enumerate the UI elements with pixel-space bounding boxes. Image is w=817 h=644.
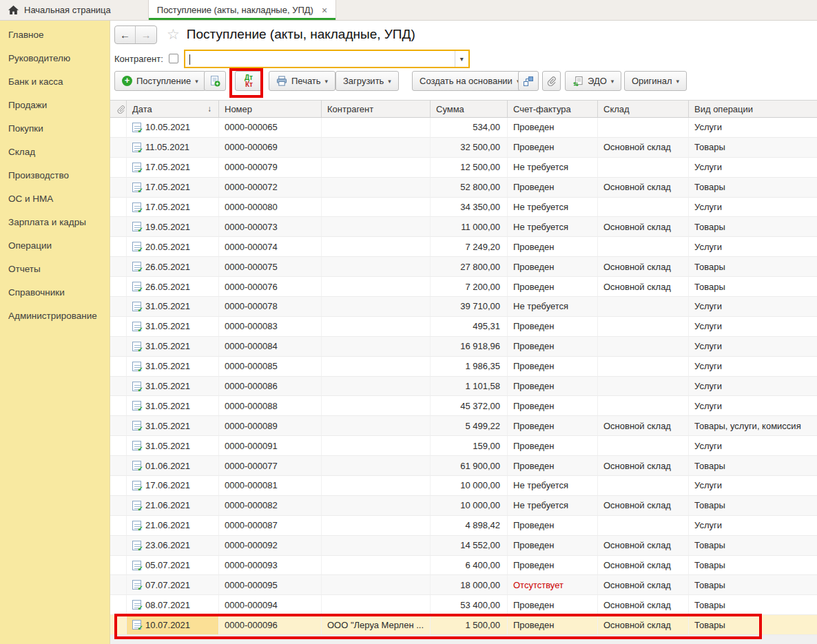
- cell[interactable]: [322, 317, 431, 336]
- cell[interactable]: 0000-000069: [219, 138, 322, 157]
- cell[interactable]: [322, 337, 431, 356]
- cell[interactable]: 7 249,20: [431, 237, 508, 256]
- cell[interactable]: ✓23.06.2021: [127, 536, 219, 555]
- cell[interactable]: 39 710,00: [431, 297, 508, 316]
- cell[interactable]: Проведен: [508, 357, 598, 376]
- cell[interactable]: 0000-000074: [219, 237, 322, 256]
- cell[interactable]: 10 000,00: [431, 476, 508, 495]
- cell[interactable]: [322, 237, 431, 256]
- cell[interactable]: Основной склад: [598, 595, 689, 614]
- cell[interactable]: [322, 436, 431, 455]
- cell[interactable]: ✓17.05.2021: [127, 178, 219, 197]
- cell[interactable]: [110, 118, 127, 137]
- cell[interactable]: Товары: [689, 496, 817, 515]
- cell[interactable]: Основной склад: [598, 496, 689, 515]
- cell[interactable]: ✓17.05.2021: [127, 158, 219, 177]
- load-button[interactable]: Загрузить ▾: [335, 71, 399, 91]
- forward-button[interactable]: →: [136, 26, 156, 43]
- table-row[interactable]: ✓31.05.20210000-00008416 918,96ПроведенУ…: [110, 337, 817, 357]
- cell[interactable]: Основной склад: [598, 257, 689, 276]
- cell[interactable]: [322, 357, 431, 376]
- cell[interactable]: 52 800,00: [431, 178, 508, 197]
- cell[interactable]: ✓10.07.2021: [127, 615, 219, 634]
- cell[interactable]: [598, 297, 689, 316]
- cell[interactable]: [322, 138, 431, 157]
- column-header-sum[interactable]: Сумма: [431, 101, 508, 117]
- cell[interactable]: Товары: [689, 536, 817, 555]
- cell[interactable]: Не требуется: [508, 476, 598, 495]
- table-row[interactable]: ✓01.06.20210000-00007761 900,00ПроведенО…: [110, 456, 817, 476]
- cell[interactable]: 14 552,00: [431, 536, 508, 555]
- sidebar-item[interactable]: Продажи: [0, 93, 110, 116]
- cell[interactable]: [322, 178, 431, 197]
- table-row[interactable]: ✓10.05.20210000-000065534,00ПроведенУслу…: [110, 118, 817, 138]
- cell[interactable]: ООО "Леруа Мерлен ...: [322, 615, 431, 634]
- cell[interactable]: ✓31.05.2021: [127, 377, 219, 396]
- cell[interactable]: Проведен: [508, 436, 598, 455]
- sidebar-item[interactable]: Руководителю: [0, 46, 110, 70]
- cell[interactable]: Товары, услуги, комиссия: [689, 416, 817, 435]
- cell[interactable]: Услуги: [689, 396, 817, 415]
- column-header-operation[interactable]: Вид операции: [689, 101, 817, 117]
- table-row[interactable]: ✓26.05.20210000-0000767 200,00ПроведенОс…: [110, 277, 817, 297]
- cell[interactable]: Услуги: [689, 237, 817, 256]
- original-button[interactable]: Оригинал ▾: [624, 71, 687, 91]
- cell[interactable]: ✓11.05.2021: [127, 138, 219, 157]
- cell[interactable]: Основной склад: [598, 556, 689, 575]
- copy-document-button[interactable]: [204, 71, 226, 91]
- cell[interactable]: 0000-000086: [219, 377, 322, 396]
- cell[interactable]: Основной склад: [598, 416, 689, 435]
- cell[interactable]: [110, 158, 127, 177]
- table-row[interactable]: ✓21.06.20210000-00008210 000,00Не требуе…: [110, 496, 817, 516]
- cell[interactable]: 4 898,42: [431, 516, 508, 535]
- cell[interactable]: Проведен: [508, 118, 598, 137]
- cell[interactable]: Основной склад: [598, 178, 689, 197]
- table-row[interactable]: ✓17.05.20210000-00007252 800,00ПроведенО…: [110, 178, 817, 198]
- cell[interactable]: ✓31.05.2021: [127, 416, 219, 435]
- cell[interactable]: [322, 476, 431, 495]
- cell[interactable]: Товары: [689, 456, 817, 475]
- column-header-contragent[interactable]: Контрагент: [322, 101, 431, 117]
- cell[interactable]: [110, 297, 127, 316]
- cell[interactable]: [110, 496, 127, 515]
- cell[interactable]: Проведен: [508, 556, 598, 575]
- subordination-structure-button[interactable]: [518, 71, 539, 91]
- cell[interactable]: 16 918,96: [431, 337, 508, 356]
- cell[interactable]: Проведен: [508, 615, 598, 634]
- cell[interactable]: 0000-000077: [219, 456, 322, 475]
- cell[interactable]: ✓31.05.2021: [127, 297, 219, 316]
- sidebar-item[interactable]: Отчеты: [0, 257, 110, 280]
- cell[interactable]: 0000-000087: [219, 516, 322, 535]
- cell[interactable]: 1 500,00: [431, 615, 508, 634]
- cell[interactable]: ✓31.05.2021: [127, 396, 219, 415]
- cell[interactable]: [322, 416, 431, 435]
- cell[interactable]: 0000-000092: [219, 536, 322, 555]
- table-row[interactable]: ✓31.05.20210000-0000851 986,35ПроведенУс…: [110, 357, 817, 377]
- cell[interactable]: Основной склад: [598, 277, 689, 296]
- cell[interactable]: Товары: [689, 615, 817, 634]
- cell[interactable]: [322, 377, 431, 396]
- cell[interactable]: [322, 396, 431, 415]
- cell[interactable]: [598, 198, 689, 217]
- sidebar-item[interactable]: Справочники: [0, 280, 110, 304]
- cell[interactable]: Проведен: [508, 317, 598, 336]
- cell[interactable]: [110, 257, 127, 276]
- cell[interactable]: [598, 476, 689, 495]
- cell[interactable]: [322, 575, 431, 594]
- cell[interactable]: 0000-000084: [219, 337, 322, 356]
- cell[interactable]: Проведен: [508, 456, 598, 475]
- cell[interactable]: [322, 257, 431, 276]
- cell[interactable]: ✓26.05.2021: [127, 277, 219, 296]
- table-row[interactable]: ✓21.06.20210000-0000874 898,42ПроведенУс…: [110, 516, 817, 536]
- cell[interactable]: 61 900,00: [431, 456, 508, 475]
- cell[interactable]: [110, 138, 127, 157]
- sidebar-item[interactable]: Администрирование: [0, 304, 110, 327]
- column-header-number[interactable]: Номер: [219, 101, 322, 117]
- cell[interactable]: Проведен: [508, 516, 598, 535]
- cell[interactable]: Основной склад: [598, 575, 689, 594]
- cell[interactable]: ✓26.05.2021: [127, 257, 219, 276]
- cell[interactable]: [110, 396, 127, 415]
- cell[interactable]: ✓05.07.2021: [127, 556, 219, 575]
- cell[interactable]: [598, 317, 689, 336]
- cell[interactable]: [110, 575, 127, 594]
